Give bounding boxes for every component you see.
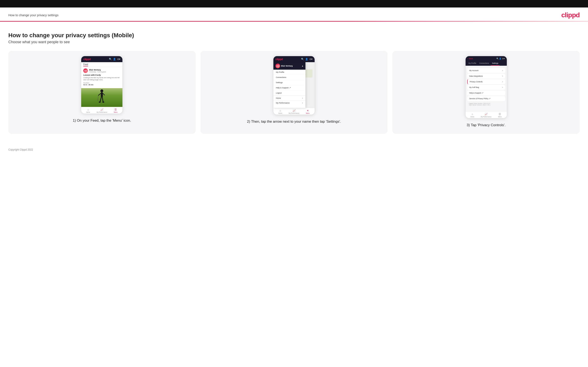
settings-service-privacy: Service & Privacy Policy ↗ [467, 96, 505, 101]
phone1-lesson-desc: Looking to feel like my hands are exitin… [83, 77, 120, 81]
chart-icon: 📈 [100, 108, 104, 111]
performance-label3: My Performance [289, 112, 299, 114]
phone3-nav-home: ⌂ Home [466, 113, 479, 117]
phone3-tabs: My Profile Connections Settings [466, 61, 507, 66]
service-privacy-label: Service & Privacy Policy ↗ [469, 98, 491, 100]
phone3-bottom-nav: ⌂ Home 📈 My Performance ☰ Menu [466, 111, 507, 118]
profile-icon3: 👤 [499, 58, 502, 60]
profile-icon2: 👤 [305, 58, 308, 60]
phone3-back: ‹ Back [468, 58, 473, 60]
page-heading: How to change your privacy settings (Mob… [8, 32, 580, 39]
svg-line-6 [102, 97, 103, 102]
phone2-menu-area: BM Blair McHarg ▲ My Profile Connections… [273, 62, 315, 108]
chevron-icon2: ▾ [302, 102, 303, 104]
phone3-icons: 🔍 👤 ⊙▾ [496, 58, 505, 60]
phone2-menu-help: Help & Support ↗ [273, 85, 305, 91]
menu-icon3: ☰ [499, 113, 501, 116]
settings-icon: ⊙▾ [117, 58, 120, 60]
phone1-feed-tab: Feed [81, 62, 122, 67]
version-line1: Clippd Client Version: 2022.8.3-3 [469, 103, 503, 104]
tab-connections: Connections [478, 61, 490, 66]
phone1-author-sub: Yesterday · Sunningdale [89, 71, 106, 73]
step-1-caption: 1) On your Feed, tap the 'Menu' icon. [73, 118, 131, 123]
phone1-lesson-title: Lesson with Fordy [83, 74, 120, 76]
svg-line-4 [98, 95, 98, 101]
phone2-menu-connections: Connections [273, 75, 305, 80]
phone2-topbar: clippd 🔍 👤 ⊙▾ [273, 56, 315, 62]
phone2-menu-settings: Settings [273, 80, 305, 85]
performance-label: My Performance [97, 111, 107, 113]
search-icon2: 🔍 [301, 58, 304, 60]
home-label: Home [86, 111, 90, 113]
header-divider [0, 21, 588, 22]
phone2-menu-panel: BM Blair McHarg ▲ My Profile Connections… [273, 62, 305, 108]
phone1-logo: clippd [83, 58, 91, 61]
phone1-nav-menu: ☰ Menu [109, 108, 122, 113]
step-1-phone: clippd 🔍 👤 ⊙▾ Feed BM Blai [81, 56, 123, 114]
phone2-avatar: BM [276, 64, 280, 68]
arrow-right-icon2: › [502, 75, 503, 77]
performance-label2: My Performance [276, 102, 290, 104]
my-account-label: My Account [469, 69, 478, 72]
step-2-card: clippd 🔍 👤 ⊙▾ [200, 51, 388, 134]
phone2-menu-home: Home ▾ [273, 96, 305, 100]
phone1-topbar: clippd 🔍 👤 ⊙▾ [81, 56, 122, 62]
svg-point-8 [102, 101, 104, 103]
menu-label2: Menu [306, 112, 310, 114]
svg-line-5 [100, 97, 101, 102]
settings-my-golf-bag: My Golf Bag › [467, 85, 505, 90]
phone2-logo: clippd [276, 58, 283, 61]
step-3-caption: 3) Tap 'Privacy Controls'. [467, 123, 506, 128]
feed-label: Feed [83, 63, 88, 66]
phone2-bottom-nav: ⌂ Home 📈 My Performance ✕ Menu [273, 108, 315, 115]
phone2-menu-performance: My Performance ▾ [273, 100, 305, 105]
golfer-svg [97, 89, 107, 107]
profile-icon: 👤 [113, 58, 116, 60]
phone2-user-row: BM Blair McHarg ▲ [273, 62, 305, 70]
phone1-author: BM Blair McHarg Yesterday · Sunningdale [83, 68, 120, 73]
privacy-controls-label: Privacy Controls [470, 81, 483, 83]
phone2-menu-profile: My Profile [273, 70, 305, 75]
menu-icon: ☰ [114, 108, 117, 111]
phone1-duration-value: 01 hr : 30 min [83, 84, 93, 86]
my-golf-bag-label: My Golf Bag [469, 86, 479, 88]
home-icon3: ⌂ [472, 113, 473, 116]
phone2-menu-logout: Logout [273, 91, 305, 96]
phone1-icons: 🔍 👤 ⊙▾ [109, 58, 120, 60]
chevron-up-icon: ▲ [302, 65, 303, 67]
version-line2: GQL Server Version: 2022.7.30-1 [469, 104, 503, 106]
footer: Copyright Clippd 2022 [0, 142, 588, 155]
settings-privacy-controls: Privacy Controls › [467, 79, 505, 84]
search-icon: 🔍 [109, 58, 112, 60]
svg-point-0 [100, 89, 103, 92]
settings-icon2: ⊙▾ [309, 58, 312, 60]
phone2-nav-performance: 📈 My Performance [287, 109, 301, 114]
step-1-card: clippd 🔍 👤 ⊙▾ Feed BM Blai [8, 51, 196, 134]
search-icon3: 🔍 [496, 58, 499, 60]
phone1-avatar: BM [83, 68, 88, 73]
main-content: How to change your privacy settings (Mob… [0, 28, 588, 142]
steps-container: clippd 🔍 👤 ⊙▾ Feed BM Blai [8, 51, 580, 134]
arrow-right-icon4: › [502, 86, 503, 88]
settings-version: Clippd Client Version: 2022.8.3-3 GQL Se… [466, 101, 507, 107]
step-3-card: ‹ Back 🔍 👤 ⊙▾ My Profile Connections Set… [392, 51, 580, 134]
phone3-settings: My Account › Data Integrations › Privacy… [466, 66, 507, 111]
home-label4: Home [470, 116, 474, 117]
phone2-username: Blair McHarg [281, 65, 293, 67]
phone3-nav-performance: 📈 My Performance [479, 113, 493, 117]
back-label: Back [469, 58, 473, 60]
settings-data-integrations: Data Integrations › [467, 74, 505, 79]
arrow-right-icon3: › [502, 81, 503, 83]
phone3-nav-menu: ☰ Menu [493, 113, 507, 117]
copyright: Copyright Clippd 2022 [8, 148, 33, 151]
data-integrations-label: Data Integrations [469, 75, 483, 77]
settings-my-account: My Account › [467, 68, 505, 73]
phone2-icons: 🔍 👤 ⊙▾ [301, 58, 312, 60]
phone1-nav-performance: 📈 My Performance [95, 108, 109, 113]
chart-icon2: 📈 [293, 109, 296, 112]
phone1-post: BM Blair McHarg Yesterday · Sunningdale … [81, 67, 122, 88]
tab-settings: Settings [491, 61, 500, 66]
phone1-nav-home: ⌂ Home [81, 108, 95, 113]
svg-line-2 [98, 93, 101, 95]
phone2-nav-menu: ✕ Menu [301, 109, 315, 114]
